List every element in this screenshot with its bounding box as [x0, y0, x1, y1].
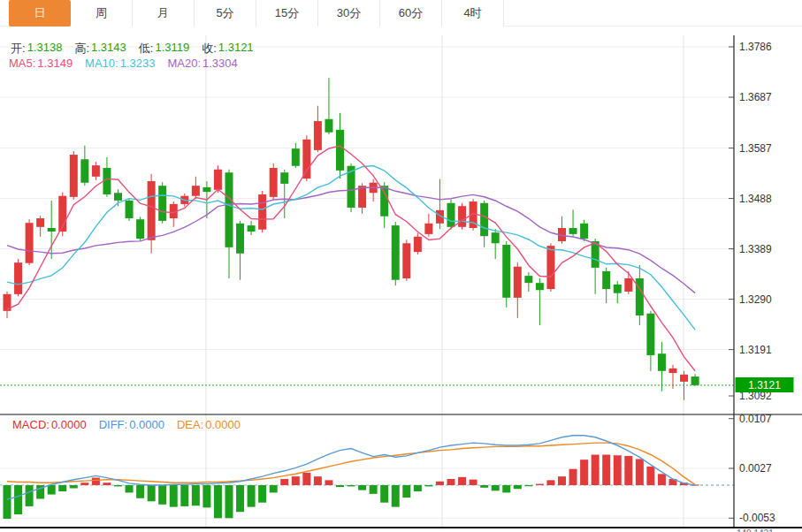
ma-ma20-value: 1.3304 — [202, 57, 238, 70]
macd-diff-value: 0.0000 — [129, 418, 164, 431]
macd-bar — [270, 485, 278, 492]
tab-30min[interactable]: 30分 — [318, 0, 380, 27]
macd-bar — [592, 455, 600, 485]
macd-tick-label: -0.0053 — [739, 512, 775, 524]
macd-bar — [302, 473, 310, 485]
macd-bar — [614, 455, 622, 485]
candle-body — [48, 228, 56, 232]
candle-body — [14, 262, 22, 294]
ohlc-low: 低:1.3119 — [139, 41, 189, 57]
macd-bar — [447, 479, 455, 485]
candle-body — [614, 285, 622, 293]
macd-bar — [214, 485, 222, 518]
macd-bar — [136, 485, 144, 498]
candle-body — [546, 246, 554, 289]
tab-day[interactable]: 日 — [9, 0, 71, 27]
price-tick-label: 1.3290 — [739, 293, 772, 306]
ohlc-low-label: 低: — [139, 41, 154, 57]
candle-body — [314, 121, 322, 150]
candle-body — [126, 201, 134, 218]
candle-body — [569, 228, 577, 234]
tab-60min[interactable]: 60分 — [380, 0, 442, 27]
candle-body — [136, 219, 144, 239]
macd-bar — [103, 483, 111, 485]
candle-body — [458, 206, 466, 227]
macd-bar — [258, 485, 266, 503]
candle-body — [225, 172, 233, 247]
ohlc-low-value: 1.3119 — [155, 41, 189, 57]
macd-bar — [348, 485, 355, 486]
candle-body — [414, 237, 422, 252]
tab-week[interactable]: 周 — [71, 0, 133, 27]
candle-body — [424, 224, 432, 234]
macd-bar — [126, 485, 134, 492]
macd-bar — [4, 485, 11, 519]
macd-bar — [636, 459, 644, 485]
candlestick-chart[interactable]: 1.37861.36871.35871.34881.33891.32901.31… — [0, 0, 802, 532]
macd-bar — [325, 480, 332, 485]
candle-body — [380, 186, 388, 217]
macd-bar — [646, 467, 654, 485]
candle-body — [202, 187, 210, 192]
macd-bar — [370, 485, 378, 494]
macd-bar — [80, 483, 88, 485]
tab-15min[interactable]: 15分 — [256, 0, 318, 27]
macd-bar — [602, 455, 610, 485]
macd-bar — [580, 460, 588, 485]
macd-bar — [424, 485, 432, 486]
candle-body — [602, 271, 610, 289]
tab-5min[interactable]: 5分 — [195, 0, 256, 27]
macd-bar — [380, 485, 388, 503]
macd-histogram — [4, 455, 699, 519]
candle-body — [447, 203, 455, 227]
price-tick-label: 1.3687 — [739, 91, 772, 103]
macd-tick-label: 0.0027 — [739, 462, 772, 475]
candle-body — [336, 130, 344, 171]
macd-bar — [458, 477, 466, 485]
candle-body — [646, 314, 654, 355]
ma-ma10: MA10:1.3233 — [85, 57, 155, 70]
macd-bar — [358, 485, 366, 490]
macd-bar — [402, 485, 410, 498]
candle-body — [258, 194, 266, 230]
ohlc-high-value: 1.3143 — [91, 41, 126, 57]
candle-body — [280, 172, 288, 184]
price-tick-label: 1.3587 — [739, 142, 772, 155]
macd-macd-label: MACD: — [12, 418, 50, 431]
candle-body — [148, 181, 156, 240]
candle-body — [70, 155, 78, 197]
tab-4hour[interactable]: 4时 — [442, 0, 504, 27]
candle-body — [524, 276, 532, 283]
trading-chart-app: 1.37861.36871.35871.34881.33891.32901.31… — [0, 0, 802, 532]
candle-body — [669, 369, 677, 373]
gridlines — [0, 35, 734, 528]
macd-bar — [192, 485, 200, 505]
macd-bar — [470, 480, 477, 485]
candle-body — [680, 375, 688, 382]
macd-dea-label: DEA: — [177, 418, 203, 431]
candles-series — [4, 78, 699, 399]
ohlc-open-value: 1.3138 — [27, 41, 63, 57]
period-tab-bar: 日周月5分15分30分60分4时 — [0, 0, 802, 27]
macd-bar — [70, 485, 78, 489]
macd-bar — [624, 456, 632, 485]
candle-body — [248, 225, 256, 232]
candle-body — [580, 224, 588, 239]
candle-body — [236, 224, 244, 254]
macd-bar — [392, 485, 400, 507]
macd-bar — [292, 476, 300, 485]
macd-bar — [524, 485, 532, 486]
macd-bar — [58, 485, 66, 491]
tab-month[interactable]: 月 — [133, 0, 195, 27]
macd-bar — [502, 485, 510, 492]
ma-readout: MA5:1.3149MA10:1.3233MA20:1.3304 — [9, 57, 250, 70]
price-tick-label: 1.3488 — [739, 193, 772, 205]
macd-bar — [170, 485, 178, 507]
macd-bar — [414, 485, 422, 491]
candle-body — [92, 165, 100, 177]
candle-body — [270, 168, 278, 197]
candle-body — [492, 232, 500, 243]
ohlc-open: 开:1.3138 — [11, 41, 62, 57]
candle-body — [502, 245, 510, 298]
candle-body — [114, 193, 122, 201]
